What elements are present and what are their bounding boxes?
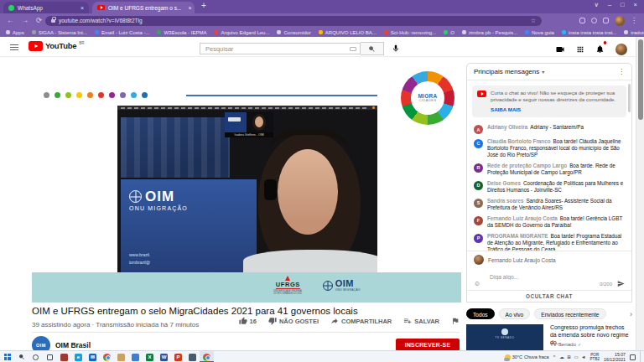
account-avatar[interactable] xyxy=(615,44,627,55)
app-word-button[interactable]: W xyxy=(157,351,171,362)
bookmark-item[interactable]: Consumidor xyxy=(277,30,310,35)
tab-whatsapp[interactable]: WhatsApp × xyxy=(3,2,89,13)
save-button[interactable]: SALVAR xyxy=(403,317,439,325)
maximize-button[interactable]: □ xyxy=(621,1,625,8)
address-bar[interactable]: youtube.com/watch?v=iV68t8t2Tlg ☆ xyxy=(45,16,542,26)
page-scrollbar[interactable] xyxy=(636,37,644,350)
learn-more-link[interactable]: SAIBA MAIS xyxy=(491,106,621,113)
minimize-button[interactable]: – xyxy=(608,1,611,8)
app-opera-button[interactable] xyxy=(57,351,71,362)
search-box[interactable] xyxy=(200,43,361,54)
tray-icon[interactable]: ◄ xyxy=(581,354,585,359)
filter-chip[interactable]: Enviados recentemente xyxy=(534,308,605,319)
tray-icon[interactable]: ▭ xyxy=(574,354,578,359)
share-icon xyxy=(330,317,339,325)
subscribe-button[interactable]: INSCREVER-SE xyxy=(396,339,460,351)
send-button[interactable] xyxy=(617,280,625,287)
filter-chip[interactable]: Ao vivo xyxy=(499,308,531,319)
app-calculator-button[interactable] xyxy=(185,351,200,362)
dislike-button[interactable]: NÃO GOSTEI xyxy=(268,317,319,325)
bookmark-item[interactable]: Email - Luiz Costa -... xyxy=(95,30,149,35)
keyboard-icon[interactable] xyxy=(350,47,356,51)
chat-avatar[interactable]: A xyxy=(474,125,483,134)
app-chrome-active-button[interactable] xyxy=(200,351,214,362)
chat-avatar[interactable]: S xyxy=(474,199,483,208)
tray-chevron-icon[interactable]: ^ xyxy=(553,354,556,359)
emoji-icon[interactable]: ☺ xyxy=(474,280,480,287)
chat-message-area[interactable]: Curta o chat ao vivo! Não se esqueça de … xyxy=(467,80,631,251)
weather-widget[interactable]: 30°C Chuva fraca xyxy=(505,354,549,360)
tab-youtube-video[interactable]: OIM e UFRGS entregam o s... × xyxy=(92,2,195,13)
youtube-logo[interactable]: YouTube BR xyxy=(29,41,84,51)
hide-chat-button[interactable]: OCULTAR CHAT xyxy=(467,290,631,302)
browser-avatar[interactable] xyxy=(615,16,625,26)
bookmark-item[interactable]: SIGAA - Sistema Int... xyxy=(32,30,87,35)
tray-icon[interactable]: ⊞ xyxy=(567,354,571,359)
bookmark-item[interactable]: O xyxy=(444,30,454,35)
chat-avatar[interactable]: C xyxy=(474,139,483,148)
apps-grid-icon[interactable] xyxy=(576,45,584,54)
profile-icon[interactable] xyxy=(591,18,597,23)
create-video-icon[interactable] xyxy=(555,44,565,54)
search-input[interactable] xyxy=(204,44,350,54)
extensions-icon[interactable] xyxy=(603,18,609,23)
app-chrome-button[interactable] xyxy=(100,351,114,362)
notifications-button[interactable] xyxy=(595,42,605,57)
bookmark-item[interactable]: insta insta insta inst... xyxy=(562,30,616,35)
chips-more-icon[interactable]: › xyxy=(630,310,632,318)
chat-avatar[interactable]: R xyxy=(474,163,483,173)
like-button[interactable]: 16 xyxy=(239,317,257,325)
action-center-icon[interactable] xyxy=(630,354,636,360)
bookmark-item[interactable]: zimbra pb - Pesquis... xyxy=(462,30,517,35)
reload-button[interactable]: ⟳ xyxy=(36,16,42,24)
close-window-button[interactable]: × xyxy=(634,1,637,8)
chat-avatar[interactable]: P xyxy=(474,234,483,243)
app-edge-button[interactable]: e xyxy=(71,351,86,362)
taskbar-clock[interactable]: 15:0716/12/2021 xyxy=(604,352,626,362)
search-button[interactable] xyxy=(361,42,384,55)
bookmark-item[interactable]: Arquivo Edgard Leu... xyxy=(214,30,269,35)
bookmark-item[interactable]: ARQUIVO LELIO BA... xyxy=(319,30,377,35)
filter-chip[interactable]: Todos xyxy=(466,308,495,319)
channel-name[interactable]: OIM Brasil xyxy=(55,341,91,349)
close-icon[interactable]: × xyxy=(80,5,84,11)
chat-avatar[interactable]: D xyxy=(474,181,483,190)
video-player[interactable]: MIGRA CIDADES OIM ONU MIGRAÇÃO www.brazi… xyxy=(32,61,461,303)
language-indicator[interactable]: PORPTB2 xyxy=(590,353,600,362)
bookmark-item[interactable]: Nova guia xyxy=(525,30,554,35)
app-mail-button[interactable]: ✉ xyxy=(86,351,100,362)
app-photos-button[interactable] xyxy=(128,351,143,362)
bookmark-item[interactable]: W3Escola - IEPMA xyxy=(157,30,206,35)
new-tab-button[interactable]: + xyxy=(201,1,206,10)
close-icon[interactable]: × xyxy=(188,5,191,11)
user-avatar[interactable] xyxy=(474,255,484,265)
report-flag-icon[interactable] xyxy=(451,317,460,325)
browser-menu-dots-icon[interactable]: ⋮ xyxy=(631,17,637,24)
tray-icon[interactable]: ☁ xyxy=(559,354,564,359)
cast-icon[interactable] xyxy=(579,18,585,23)
taskbar-search-button[interactable] xyxy=(14,351,29,362)
chat-menu-icon[interactable]: ⋮ xyxy=(618,68,625,75)
app-excel-button[interactable]: X xyxy=(143,351,157,362)
cortana-button[interactable] xyxy=(29,351,43,362)
task-view-button[interactable] xyxy=(43,351,57,362)
bookmark-item[interactable]: Apps xyxy=(6,30,24,35)
back-button[interactable]: ← xyxy=(7,16,14,24)
chat-header[interactable]: Principais mensagens ▾ ⋮ xyxy=(467,64,631,80)
hamburger-menu-icon[interactable] xyxy=(10,44,18,45)
app-powerpoint-button[interactable]: P xyxy=(171,351,185,362)
share-button[interactable]: COMPARTILHAR xyxy=(330,317,392,325)
show-desktop-button[interactable] xyxy=(640,351,642,362)
app-explorer-button[interactable] xyxy=(114,351,128,362)
forward-button[interactable]: → xyxy=(22,16,29,24)
chat-scrollbar[interactable] xyxy=(628,84,631,112)
bookmark-item[interactable]: Sci-Hub: removing... xyxy=(384,30,436,35)
browser-menu-icon[interactable]: ∨ xyxy=(594,1,599,8)
mic-button[interactable] xyxy=(392,44,400,53)
chat-avatar[interactable]: F xyxy=(474,216,483,225)
scrollbar-thumb[interactable] xyxy=(638,39,643,120)
recommended-video-channel[interactable]: TV Senado ✓ xyxy=(550,341,581,347)
bookmark-star-icon[interactable]: ☆ xyxy=(531,18,536,24)
start-button[interactable] xyxy=(0,351,14,362)
bookmark-item[interactable]: tradutor - Pesquisa... xyxy=(624,30,644,35)
